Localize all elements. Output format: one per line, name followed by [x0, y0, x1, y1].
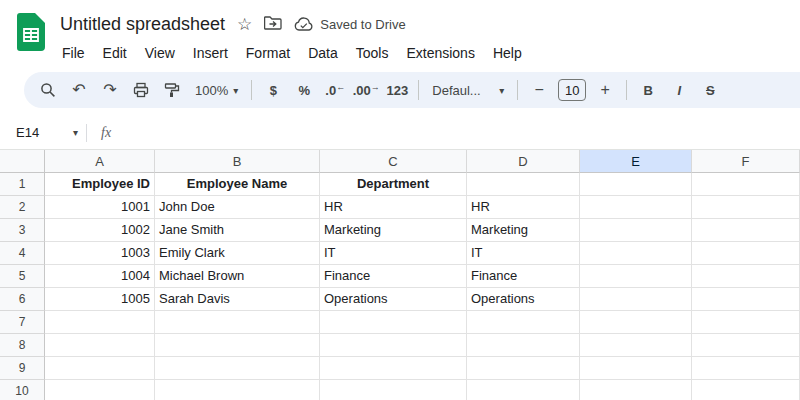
column-header-E[interactable]: E — [580, 150, 692, 173]
cell-C8[interactable] — [320, 334, 467, 357]
cell-F1[interactable] — [692, 173, 800, 196]
cell-F2[interactable] — [692, 196, 800, 219]
undo-button[interactable]: ↶ — [65, 77, 93, 103]
row-header-1[interactable]: 1 — [0, 173, 45, 196]
cell-C7[interactable] — [320, 311, 467, 334]
cell-A6[interactable]: 1005 — [45, 288, 155, 311]
cell-A4[interactable]: 1003 — [45, 242, 155, 265]
star-icon[interactable]: ☆ — [237, 16, 252, 33]
cell-E5[interactable] — [580, 265, 692, 288]
menu-item-edit[interactable]: Edit — [94, 42, 136, 64]
font-size-input[interactable]: 10 — [558, 79, 586, 101]
cell-A7[interactable] — [45, 311, 155, 334]
cell-D10[interactable] — [467, 380, 580, 400]
decrease-font-size-button[interactable]: − — [525, 77, 553, 103]
menu-item-tools[interactable]: Tools — [347, 42, 398, 64]
cell-E1[interactable] — [580, 173, 692, 196]
cell-C1[interactable]: Department — [320, 173, 467, 196]
cell-F8[interactable] — [692, 334, 800, 357]
font-selector[interactable]: Defaul... ▾ — [426, 77, 510, 103]
print-button[interactable] — [127, 77, 155, 103]
menu-item-view[interactable]: View — [136, 42, 184, 64]
menu-item-file[interactable]: File — [60, 42, 94, 64]
more-formats-button[interactable]: 123 — [383, 77, 411, 103]
cell-D5[interactable]: Finance — [467, 265, 580, 288]
column-header-C[interactable]: C — [320, 150, 467, 173]
cell-C4[interactable]: IT — [320, 242, 467, 265]
cell-A1[interactable]: Employee ID — [45, 173, 155, 196]
cell-B10[interactable] — [155, 380, 320, 400]
format-currency-button[interactable]: $ — [259, 77, 287, 103]
column-header-D[interactable]: D — [467, 150, 580, 173]
cell-C2[interactable]: HR — [320, 196, 467, 219]
italic-button[interactable]: I — [665, 77, 693, 103]
cell-D8[interactable] — [467, 334, 580, 357]
cell-F3[interactable] — [692, 219, 800, 242]
search-button[interactable] — [34, 77, 62, 103]
cell-D1[interactable] — [467, 173, 580, 196]
cell-E8[interactable] — [580, 334, 692, 357]
row-header-9[interactable]: 9 — [0, 357, 45, 380]
cell-B5[interactable]: Michael Brown — [155, 265, 320, 288]
column-header-B[interactable]: B — [155, 150, 320, 173]
cell-E2[interactable] — [580, 196, 692, 219]
cell-F10[interactable] — [692, 380, 800, 400]
saved-status[interactable]: Saved to Drive — [294, 17, 405, 32]
cell-E7[interactable] — [580, 311, 692, 334]
format-percent-button[interactable]: % — [290, 77, 318, 103]
cell-B2[interactable]: John Doe — [155, 196, 320, 219]
cell-F4[interactable] — [692, 242, 800, 265]
menu-item-extensions[interactable]: Extensions — [397, 42, 483, 64]
strikethrough-button[interactable]: S — [696, 77, 724, 103]
zoom-selector[interactable]: 100% ▾ — [189, 77, 244, 103]
cell-B8[interactable] — [155, 334, 320, 357]
increase-decimal-button[interactable]: .00→ — [352, 77, 380, 103]
menu-item-insert[interactable]: Insert — [184, 42, 237, 64]
name-box[interactable]: E14 ▾ — [0, 125, 86, 140]
cell-B6[interactable]: Sarah Davis — [155, 288, 320, 311]
cell-B3[interactable]: Jane Smith — [155, 219, 320, 242]
cell-F7[interactable] — [692, 311, 800, 334]
row-header-2[interactable]: 2 — [0, 196, 45, 219]
row-header-3[interactable]: 3 — [0, 219, 45, 242]
row-header-4[interactable]: 4 — [0, 242, 45, 265]
cell-A3[interactable]: 1002 — [45, 219, 155, 242]
decrease-decimal-button[interactable]: .0← — [321, 77, 349, 103]
cell-C6[interactable]: Operations — [320, 288, 467, 311]
cell-A2[interactable]: 1001 — [45, 196, 155, 219]
menu-item-data[interactable]: Data — [299, 42, 347, 64]
cell-F9[interactable] — [692, 357, 800, 380]
cell-B1[interactable]: Employee Name — [155, 173, 320, 196]
column-header-A[interactable]: A — [45, 150, 155, 173]
bold-button[interactable]: B — [634, 77, 662, 103]
cell-A5[interactable]: 1004 — [45, 265, 155, 288]
cell-E6[interactable] — [580, 288, 692, 311]
cell-C10[interactable] — [320, 380, 467, 400]
cell-D6[interactable]: Operations — [467, 288, 580, 311]
paint-format-button[interactable] — [158, 77, 186, 103]
cell-E10[interactable] — [580, 380, 692, 400]
cell-B7[interactable] — [155, 311, 320, 334]
cell-C3[interactable]: Marketing — [320, 219, 467, 242]
cell-F6[interactable] — [692, 288, 800, 311]
menu-item-help[interactable]: Help — [484, 42, 531, 64]
fx-icon[interactable]: fx — [101, 125, 111, 141]
cell-A9[interactable] — [45, 357, 155, 380]
row-header-8[interactable]: 8 — [0, 334, 45, 357]
row-header-10[interactable]: 10 — [0, 380, 45, 400]
cell-E4[interactable] — [580, 242, 692, 265]
select-all-corner[interactable] — [0, 150, 45, 173]
document-title[interactable]: Untitled spreadsheet — [60, 14, 225, 35]
cell-D9[interactable] — [467, 357, 580, 380]
row-header-7[interactable]: 7 — [0, 311, 45, 334]
row-header-6[interactable]: 6 — [0, 288, 45, 311]
cell-D3[interactable]: Marketing — [467, 219, 580, 242]
cell-C5[interactable]: Finance — [320, 265, 467, 288]
cell-E9[interactable] — [580, 357, 692, 380]
cell-F5[interactable] — [692, 265, 800, 288]
cell-A10[interactable] — [45, 380, 155, 400]
cell-D2[interactable]: HR — [467, 196, 580, 219]
menu-item-format[interactable]: Format — [237, 42, 299, 64]
column-header-F[interactable]: F — [692, 150, 800, 173]
cell-D4[interactable]: IT — [467, 242, 580, 265]
